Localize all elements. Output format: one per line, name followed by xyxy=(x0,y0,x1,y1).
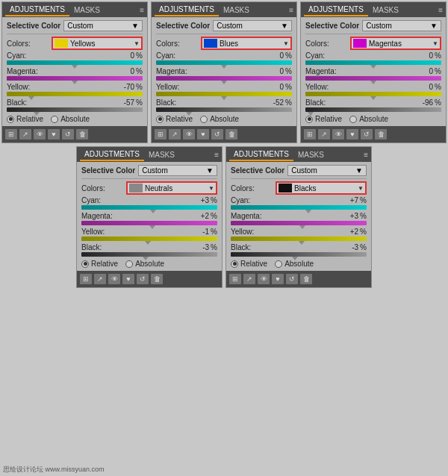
color-name-5: Blacks xyxy=(294,184,358,192)
cyan-track-5[interactable] xyxy=(231,205,367,210)
footer-icon-2d[interactable]: ♥ xyxy=(197,129,209,140)
yellow-value-3: 0 xyxy=(412,83,433,91)
tab-adjustments-3[interactable]: ADJUSTMENTS xyxy=(304,4,368,16)
footer-icon-4f[interactable]: 🗑 xyxy=(151,274,163,284)
footer-icon-5b[interactable]: ↗ xyxy=(243,274,255,284)
tab-masks-3[interactable]: MASKS xyxy=(368,4,403,16)
color-dropdown-2[interactable]: Blues ▼ xyxy=(201,37,292,50)
magenta-value-3: 0 xyxy=(412,67,433,75)
footer-icon-5d[interactable]: ♥ xyxy=(272,274,284,284)
colors-label-1: Colors: xyxy=(7,40,52,48)
footer-icon-b[interactable]: ↗ xyxy=(19,129,31,140)
tab-adjustments-4[interactable]: ADJUSTMENTS xyxy=(80,148,144,161)
magenta-track-4[interactable] xyxy=(81,221,217,225)
tab-masks-1[interactable]: MASKS xyxy=(69,4,105,16)
preset-dropdown-2[interactable]: Custom▼ xyxy=(213,20,292,31)
preset-dropdown-3[interactable]: Custom▼ xyxy=(362,20,441,31)
magenta-track-5[interactable] xyxy=(231,221,367,225)
tab-masks-4[interactable]: MASKS xyxy=(144,149,179,160)
footer-icon-5e[interactable]: ↺ xyxy=(286,274,298,284)
footer-icon-5a[interactable]: ⊞ xyxy=(229,274,241,284)
tab-adjustments-1[interactable]: ADJUSTMENTS xyxy=(5,4,69,16)
absolute-radio-1[interactable]: Absolute xyxy=(51,115,90,123)
yellow-track-2[interactable] xyxy=(156,92,292,96)
footer-icon-2e[interactable]: ↺ xyxy=(211,129,223,140)
yellow-slider-1: Yellow: -70 % xyxy=(7,83,143,96)
footer-icon-f[interactable]: 🗑 xyxy=(76,129,88,140)
yellow-label-5: Yellow: xyxy=(231,228,273,236)
color-dropdown-3[interactable]: Magentas ▼ xyxy=(350,37,441,50)
panel-menu-icon-5[interactable]: ≡ xyxy=(364,151,368,159)
footer-icon-5c[interactable]: 👁 xyxy=(258,274,270,284)
footer-icon-4e[interactable]: ↺ xyxy=(137,274,149,284)
relative-radio-4[interactable]: Relative xyxy=(81,260,118,268)
tab-masks-2[interactable]: MASKS xyxy=(219,4,254,16)
magenta-track-2[interactable] xyxy=(156,76,292,81)
footer-icon-3d[interactable]: ♥ xyxy=(346,129,358,140)
cyan-track-4[interactable] xyxy=(81,205,217,210)
magenta-track-3[interactable] xyxy=(305,76,441,81)
black-value-3: -96 xyxy=(412,98,433,107)
panel-menu-icon-3[interactable]: ≡ xyxy=(438,6,443,14)
preset-dropdown-4[interactable]: Custom▼ xyxy=(138,165,217,176)
tab-masks-5[interactable]: MASKS xyxy=(293,149,329,160)
cyan-track-1[interactable] xyxy=(7,60,143,65)
cyan-thumb-4 xyxy=(150,210,156,213)
yellow-track-1[interactable] xyxy=(7,92,143,96)
yellow-track-4[interactable] xyxy=(81,237,217,241)
footer-icon-2c[interactable]: 👁 xyxy=(183,129,195,140)
footer-icon-e[interactable]: ↺ xyxy=(62,129,74,140)
black-track-4[interactable] xyxy=(81,252,217,257)
panel-header-magentas: ADJUSTMENTS MASKS ≡ xyxy=(301,2,446,17)
footer-icon-4b[interactable]: ↗ xyxy=(94,274,106,284)
absolute-radio-2[interactable]: Absolute xyxy=(200,115,239,123)
relative-radio-2[interactable]: Relative xyxy=(156,115,193,123)
black-slider-1: Black: -57 % xyxy=(7,98,143,112)
color-dropdown-1[interactable]: Yellows ▼ xyxy=(52,37,143,50)
absolute-circle-5 xyxy=(275,260,282,268)
relative-radio-1[interactable]: Relative xyxy=(7,115,43,123)
magenta-track-1[interactable] xyxy=(7,76,143,81)
footer-icon-3f[interactable]: 🗑 xyxy=(375,129,387,140)
footer-icon-3b[interactable]: ↗ xyxy=(318,129,330,140)
footer-icon-a[interactable]: ⊞ xyxy=(5,129,17,140)
footer-icon-2b[interactable]: ↗ xyxy=(169,129,181,140)
panel-menu-icon-1[interactable]: ≡ xyxy=(140,6,144,14)
relative-radio-3[interactable]: Relative xyxy=(305,115,342,123)
footer-icon-c[interactable]: 👁 xyxy=(34,129,46,140)
preset-dropdown-1[interactable]: Custom▼ xyxy=(63,20,143,31)
panel-menu-icon-4[interactable]: ≡ xyxy=(214,151,219,159)
footer-icon-2f[interactable]: 🗑 xyxy=(225,129,237,140)
footer-icon-3a[interactable]: ⊞ xyxy=(304,129,316,140)
panel-menu-icon-2[interactable]: ≡ xyxy=(289,6,293,14)
footer-icon-4c[interactable]: 👁 xyxy=(108,274,120,284)
footer-icon-d[interactable]: ♥ xyxy=(48,129,60,140)
tab-adjustments-2[interactable]: ADJUSTMENTS xyxy=(155,4,219,16)
footer-icon-4a[interactable]: ⊞ xyxy=(80,274,92,284)
footer-icon-2a[interactable]: ⊞ xyxy=(155,129,167,140)
absolute-radio-5[interactable]: Absolute xyxy=(275,260,314,268)
absolute-radio-3[interactable]: Absolute xyxy=(349,115,388,123)
preset-dropdown-5[interactable]: Custom▼ xyxy=(287,165,367,176)
panel-body-blacks: Selective Color Custom▼ Colors: Blacks ▼ xyxy=(226,162,371,271)
black-track-1[interactable] xyxy=(7,107,143,112)
footer-icon-5f[interactable]: 🗑 xyxy=(300,274,312,284)
color-dropdown-4[interactable]: Neutrals ▼ xyxy=(126,181,217,195)
black-track-2[interactable] xyxy=(156,107,292,112)
footer-icon-3e[interactable]: ↺ xyxy=(361,129,373,140)
black-track-3[interactable] xyxy=(305,107,441,112)
relative-radio-5[interactable]: Relative xyxy=(231,260,267,268)
absolute-radio-4[interactable]: Absolute xyxy=(125,260,164,268)
footer-icon-3c[interactable]: 👁 xyxy=(332,129,344,140)
yellow-track-5[interactable] xyxy=(231,237,367,241)
tab-adjustments-5[interactable]: ADJUSTMENTS xyxy=(229,148,293,161)
magenta-label-5: Magenta: xyxy=(231,212,273,220)
cyan-slider-5: Cyan: +7 % xyxy=(231,196,367,210)
color-dropdown-5[interactable]: Blacks ▼ xyxy=(276,181,367,195)
cyan-track-3[interactable] xyxy=(305,60,441,65)
yellow-track-3[interactable] xyxy=(305,92,441,96)
footer-icon-4d[interactable]: ♥ xyxy=(122,274,134,284)
black-track-5[interactable] xyxy=(231,252,367,257)
magenta-label-3: Magenta: xyxy=(305,67,347,75)
cyan-track-2[interactable] xyxy=(156,60,292,65)
